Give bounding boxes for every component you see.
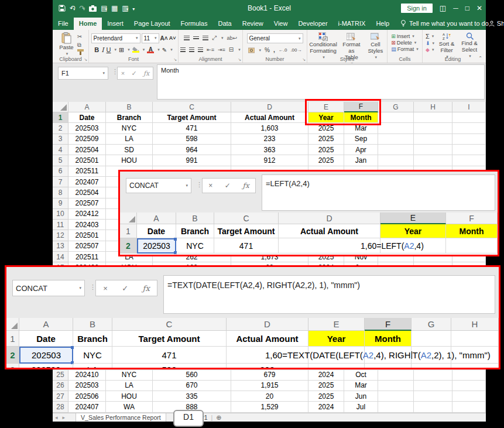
cell-G28[interactable] — [378, 402, 414, 412]
align-bottom-icon[interactable] — [203, 36, 208, 40]
cell-D27[interactable]: 20 — [231, 391, 308, 402]
row-header-25[interactable]: 25 — [53, 370, 68, 381]
cell-D5[interactable]: 912 — [231, 155, 308, 166]
cell-A4[interactable]: 202504 — [68, 145, 106, 155]
cell-B28[interactable]: WA — [106, 402, 153, 412]
cell-G25[interactable] — [378, 370, 414, 381]
cell-B27[interactable]: HOU — [106, 391, 153, 402]
cell-E1[interactable]: Year — [308, 112, 344, 123]
cell-C5[interactable]: 991 — [153, 155, 231, 166]
customize-qat-icon[interactable]: ▾ — [132, 5, 135, 12]
inset2-insert-function-icon[interactable]: ƒx — [143, 284, 150, 293]
column-header-I[interactable]: I — [452, 102, 486, 112]
cell-D1[interactable]: Actual Amount — [227, 331, 308, 347]
cell-A5[interactable]: 202501 — [68, 155, 106, 166]
sort-filter-button[interactable]: AZ Sort & Filter▾ — [436, 32, 457, 60]
row-header-4[interactable]: 4 — [53, 145, 68, 155]
column-header-H[interactable]: H — [451, 318, 499, 331]
column-header-C[interactable]: C — [214, 213, 279, 224]
cell-D4[interactable]: 363 — [231, 145, 308, 155]
paste-dropdown-icon[interactable]: ▾ — [66, 52, 68, 56]
collapse-ribbon-icon[interactable]: ⌃ — [478, 56, 482, 61]
cell-H3[interactable] — [451, 364, 499, 369]
camera-icon[interactable] — [89, 5, 97, 12]
row-header-11[interactable]: 11 — [53, 220, 68, 230]
cell-D1[interactable]: Actual Amount — [231, 112, 308, 123]
inset1-cancel-icon[interactable]: × — [208, 182, 212, 190]
decrease-indent-icon[interactable]: ⇤≡ — [207, 47, 214, 53]
increase-decimal-icon[interactable]: ←.0 — [279, 47, 287, 53]
borders-dropdown-icon[interactable]: ▾ — [128, 47, 130, 52]
cell-H1[interactable] — [414, 112, 452, 123]
comma-style-icon[interactable]: , — [273, 47, 275, 53]
inset1-formula-input[interactable]: =LEFT(A2,4) — [262, 174, 495, 211]
cell-G1[interactable] — [378, 112, 414, 123]
insert-cells-button[interactable]: ⊞Insert▾ — [391, 33, 419, 39]
cell-D2[interactable]: 1,60=LEFT(A2,4) — [279, 238, 380, 254]
cell-A14[interactable]: 202511 — [68, 252, 106, 262]
maximize-button[interactable]: □ — [465, 5, 469, 12]
cell-C2[interactable]: 471 — [153, 123, 231, 133]
cell-I25[interactable] — [452, 370, 486, 381]
cell-B2[interactable]: NYC — [106, 123, 153, 133]
column-header-H[interactable]: H — [414, 102, 452, 112]
cell-A10[interactable]: 202412 — [68, 209, 106, 220]
select-all-corner[interactable] — [120, 213, 137, 224]
cell-F2[interactable] — [446, 238, 498, 254]
phonetic-dropdown-icon[interactable]: ▾ — [170, 47, 173, 52]
font-dialog-launcher-icon[interactable]: ↘ — [173, 57, 177, 62]
row-header-3[interactable]: 3 — [6, 364, 19, 369]
ribbon-tab-home[interactable]: Home — [74, 18, 102, 30]
align-left-icon[interactable] — [180, 47, 186, 52]
number-dialog-launcher-icon[interactable]: ↘ — [302, 57, 306, 62]
cell-C3[interactable]: 598 — [112, 364, 227, 369]
cell-D2[interactable]: 1,603 — [231, 123, 308, 133]
row-header-12[interactable]: 12 — [53, 230, 68, 241]
column-header-E[interactable]: E — [308, 102, 344, 112]
qat-rows-icon[interactable]: ▤▾ — [101, 5, 107, 12]
undo-icon[interactable]: ↶▾ — [70, 5, 76, 12]
column-header-D[interactable]: D — [231, 102, 308, 112]
cell-A2[interactable]: 202503 — [68, 123, 106, 133]
cell-C1[interactable]: Target Amount — [112, 331, 227, 347]
cell-C1[interactable]: Target Amount — [153, 112, 231, 123]
cell-A9[interactable]: 202507 — [68, 198, 106, 209]
ribbon-tab-page-layout[interactable]: Page Layout — [129, 18, 176, 30]
cell-I27[interactable] — [452, 391, 486, 402]
cell-C26[interactable]: 670 — [153, 381, 231, 391]
ribbon-tab-developer[interactable]: Developer — [293, 18, 332, 30]
cell-F3[interactable] — [365, 364, 412, 369]
cell-H27[interactable] — [414, 391, 452, 402]
font-size-select[interactable]: 11▾ — [142, 33, 159, 43]
name-box-dropdown-icon[interactable]: ▾ — [102, 71, 105, 76]
row-header-8[interactable]: 8 — [53, 187, 68, 198]
column-header-E[interactable]: E — [380, 213, 446, 224]
ribbon-tab-review[interactable]: Review — [237, 18, 269, 30]
cell-E28[interactable]: 2024 — [308, 402, 344, 412]
cell-A12[interactable]: 202501 — [68, 230, 106, 241]
row-header-6[interactable]: 6 — [53, 166, 68, 177]
column-header-F[interactable]: F — [446, 213, 498, 224]
cell-B1[interactable]: Branch — [73, 331, 112, 347]
underline-dropdown-icon[interactable]: ▾ — [115, 47, 117, 52]
qat-paste-special-icon[interactable]: ▥▾ — [122, 5, 128, 12]
cell-E1[interactable]: Year — [380, 224, 446, 238]
fill-color-icon[interactable] — [132, 47, 139, 53]
inset2-cancel-icon[interactable]: × — [103, 284, 108, 293]
cell-B26[interactable]: LA — [106, 381, 153, 391]
row-header-1[interactable]: 1 — [6, 331, 19, 347]
shrink-font-icon[interactable]: A˅ — [169, 35, 176, 41]
column-header-C[interactable]: C — [153, 102, 231, 112]
cell-A2[interactable]: 202503 — [137, 238, 176, 254]
align-right-icon[interactable] — [198, 47, 203, 52]
merge-dropdown-icon[interactable]: ▾ — [238, 47, 241, 52]
column-header-A[interactable]: A — [68, 102, 106, 112]
cell-A2[interactable]: 202503 — [19, 347, 73, 364]
cell-G27[interactable] — [378, 391, 414, 402]
cell-B5[interactable]: HOU — [106, 155, 153, 166]
autosum-button[interactable]: Σ▾ — [426, 33, 434, 40]
column-header-B[interactable]: B — [176, 213, 214, 224]
row-header-28[interactable]: 28 — [53, 402, 68, 412]
cell-G3[interactable] — [378, 134, 414, 145]
delete-cells-button[interactable]: ⊠Delete▾ — [391, 40, 419, 46]
